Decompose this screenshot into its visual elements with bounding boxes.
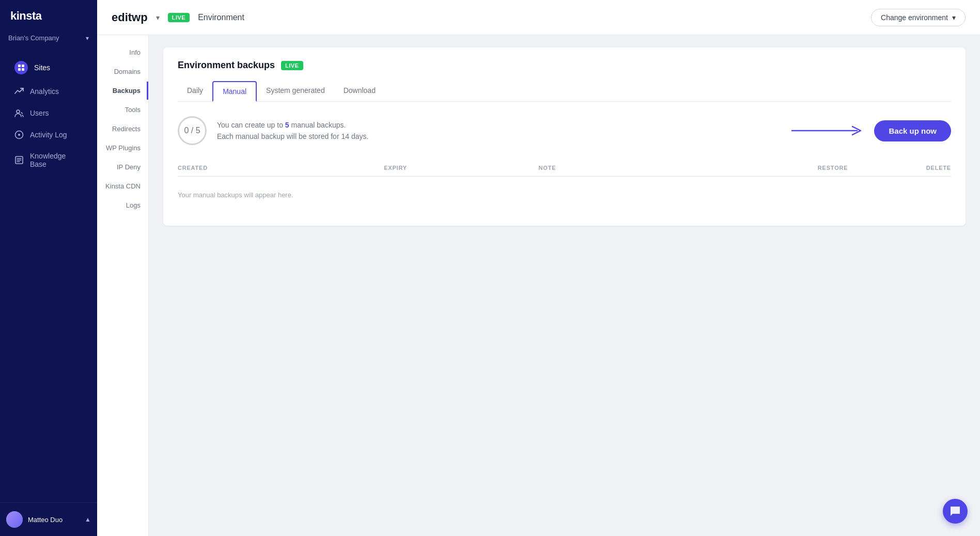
sidebar-item-activity-log-label: Activity Log: [30, 131, 67, 139]
main-content: editwp ▾ LIVE Environment Change environ…: [97, 0, 980, 536]
sidebar-item-analytics[interactable]: Analytics: [4, 81, 93, 102]
svg-rect-0: [18, 65, 21, 67]
backup-description-line2: Each manual backup will be stored for 14…: [217, 131, 368, 142]
live-badge: LIVE: [281, 61, 303, 70]
backup-description-line1: You can create up to 5 manual backups.: [217, 119, 368, 131]
sidebar-item-users-label: Users: [30, 109, 49, 117]
back-up-now-button[interactable]: Back up now: [874, 120, 951, 141]
table-empty-message: Your manual backups will appear here.: [178, 177, 951, 213]
svg-rect-1: [22, 65, 24, 67]
sub-nav-logs[interactable]: Logs: [97, 196, 148, 214]
sidebar: kinsta Brian's Company ▾ Sites: [0, 0, 97, 536]
sidebar-item-users[interactable]: Users: [4, 103, 93, 123]
sub-nav-info[interactable]: Info: [97, 43, 148, 61]
sub-nav-kinsta-cdn[interactable]: Kinsta CDN: [97, 177, 148, 195]
company-name: Brian's Company: [8, 34, 86, 42]
chat-icon: [950, 506, 961, 517]
logo-text: kinsta: [10, 9, 42, 23]
backup-info-row: 0 / 5 You can create up to 5 manual back…: [178, 116, 951, 145]
sub-nav-backups[interactable]: Backups: [97, 82, 148, 100]
change-environment-button[interactable]: Change environment ▾: [871, 9, 966, 26]
sub-nav-ip-deny[interactable]: IP Deny: [97, 158, 148, 176]
user-profile[interactable]: Matteo Duo ▲: [0, 502, 97, 536]
backup-tabs: Daily Manual System generated Download: [178, 81, 951, 102]
table-header: CREATED EXPIRY NOTE RESTORE DELETE: [178, 160, 951, 177]
users-icon: [14, 108, 24, 118]
sidebar-item-analytics-label: Analytics: [30, 87, 59, 96]
chat-button[interactable]: [943, 499, 968, 524]
analytics-icon: [14, 87, 24, 96]
site-name: editwp: [112, 11, 148, 24]
environment-label: Environment: [198, 13, 244, 22]
sub-nav-redirects[interactable]: Redirects: [97, 120, 148, 138]
activity-log-icon: [14, 130, 24, 139]
sub-nav-wp-plugins[interactable]: WP Plugins: [97, 139, 148, 157]
main-nav: Sites Analytics Users: [0, 50, 97, 502]
backup-counter: 0 / 5: [178, 116, 207, 145]
logo: kinsta: [0, 0, 97, 30]
site-dropdown[interactable]: ▾: [156, 13, 160, 22]
change-env-label: Change environment: [881, 13, 948, 22]
sub-nav-domains[interactable]: Domains: [97, 62, 148, 81]
header-restore: RESTORE: [745, 165, 848, 171]
user-chevron-icon: ▲: [85, 516, 91, 523]
svg-rect-3: [22, 68, 24, 71]
header-note: NOTE: [539, 165, 745, 171]
user-name: Matteo Duo: [28, 516, 80, 524]
knowledge-base-icon: [14, 155, 24, 165]
company-chevron-icon: ▾: [86, 35, 89, 42]
top-header: editwp ▾ LIVE Environment Change environ…: [97, 0, 980, 35]
content-area: Info Domains Backups Tools Redirects WP …: [97, 35, 980, 536]
backups-card: Environment backups LIVE Daily Manual Sy…: [163, 48, 966, 226]
backup-action-area: Back up now: [379, 120, 951, 141]
company-selector[interactable]: Brian's Company ▾: [0, 30, 97, 50]
change-env-chevron-icon: ▾: [952, 13, 956, 22]
page-content: Environment backups LIVE Daily Manual Sy…: [149, 35, 980, 536]
live-badge-header: LIVE: [168, 13, 190, 22]
sidebar-item-sites[interactable]: Sites: [4, 55, 93, 80]
sidebar-item-sites-label: Sites: [34, 64, 50, 72]
backups-table: CREATED EXPIRY NOTE RESTORE DELETE Your …: [178, 160, 951, 213]
tab-download[interactable]: Download: [334, 81, 385, 102]
backup-description: You can create up to 5 manual backups. E…: [217, 119, 368, 143]
header-expiry: EXPIRY: [384, 165, 538, 171]
site-dropdown-icon: ▾: [156, 13, 160, 22]
card-header: Environment backups LIVE: [178, 60, 951, 71]
tab-manual[interactable]: Manual: [212, 81, 257, 102]
arrow-line: [791, 124, 864, 137]
avatar: [6, 511, 23, 528]
svg-rect-2: [18, 68, 21, 71]
sub-nav-tools[interactable]: Tools: [97, 101, 148, 119]
sidebar-item-activity-log[interactable]: Activity Log: [4, 124, 93, 145]
sites-icon: [14, 61, 28, 74]
sidebar-item-knowledge-base-label: Knowledge Base: [30, 152, 83, 168]
header-created: CREATED: [178, 165, 384, 171]
svg-point-6: [18, 134, 20, 136]
svg-point-4: [17, 110, 20, 113]
tab-system-generated[interactable]: System generated: [257, 81, 334, 102]
sub-sidebar: Info Domains Backups Tools Redirects WP …: [97, 35, 149, 536]
sidebar-item-knowledge-base[interactable]: Knowledge Base: [4, 146, 93, 174]
card-title: Environment backups: [178, 60, 275, 71]
tab-daily[interactable]: Daily: [178, 81, 212, 102]
header-delete: DELETE: [848, 165, 951, 171]
